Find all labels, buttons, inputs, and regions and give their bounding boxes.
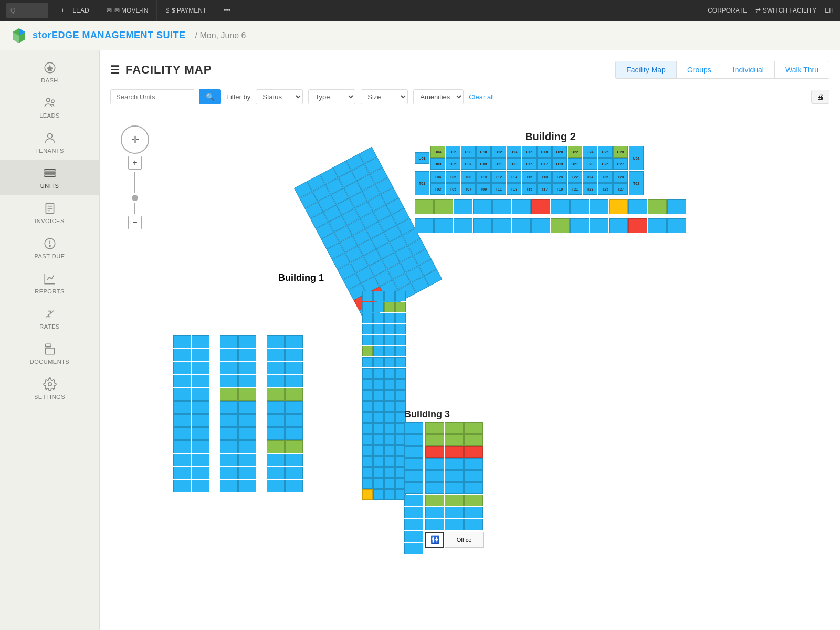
svg-rect-18: [45, 348, 54, 354]
print-icon: 🖨: [817, 93, 824, 101]
rates-icon: [43, 307, 57, 321]
tab-walk-thru[interactable]: Walk Thru: [775, 61, 829, 78]
search-units-input[interactable]: [110, 89, 194, 104]
more-icon: •••: [224, 7, 230, 14]
svg-rect-7: [45, 169, 55, 171]
type-filter[interactable]: Type: [308, 89, 355, 104]
svg-point-4: [46, 98, 50, 102]
print-button[interactable]: 🖨: [811, 90, 830, 104]
tab-groups[interactable]: Groups: [677, 61, 722, 78]
app-header: storEDGE MANAGEMENT SUITE / Mon, June 6: [0, 21, 840, 50]
units-icon: [43, 166, 57, 180]
search-icon: 🔍: [206, 93, 215, 101]
building2-container: Building 2 U01 U04 U06 U08 U10 U12 U14: [415, 131, 686, 233]
building3-content: 🚻 Office: [404, 422, 484, 554]
sidebar-item-invoices[interactable]: INVOICES: [0, 195, 99, 230]
filter-bar: 🔍 Filter by Status Type Size Amenities C…: [110, 89, 830, 104]
nav-payment[interactable]: $ $ PAYMENT: [157, 0, 215, 21]
amenities-filter[interactable]: Amenities: [413, 89, 464, 104]
app-logo: storEDGE MANAGEMENT SUITE / Mon, June 6: [10, 27, 246, 44]
leads-icon: [43, 96, 57, 110]
sidebar-item-leads[interactable]: LEADS: [0, 90, 99, 125]
compass-icon: ✛: [131, 134, 139, 145]
nav-movein[interactable]: ✉ ✉ MOVE-IN: [98, 0, 158, 21]
sidebar-item-documents[interactable]: DOCUMENTS: [0, 336, 99, 371]
tab-facility-map[interactable]: Facility Map: [616, 61, 677, 78]
svg-point-19: [48, 383, 51, 386]
svg-rect-8: [45, 172, 55, 174]
tab-individual[interactable]: Individual: [722, 61, 775, 78]
building2-u-row1: U01 U04 U06 U08 U10 U12 U14 U16 U18 U20: [415, 146, 686, 170]
navigation-controls: ✛ + −: [121, 125, 149, 229]
sidebar-item-reports[interactable]: REPORTS: [0, 266, 99, 301]
top-nav-items: + + LEAD ✉ ✉ MOVE-IN $ $ PAYMENT •••: [52, 0, 708, 21]
small-building-b: [220, 335, 256, 492]
app-date: / Mon, June 6: [195, 31, 246, 40]
svg-point-5: [51, 100, 54, 102]
svg-rect-9: [45, 175, 55, 176]
sidebar: DASH LEADS TENANTS UNITS INVOICES PAST D…: [0, 50, 100, 630]
compass-control[interactable]: ✛: [121, 125, 149, 154]
content-area: ☰ FACILITY MAP Facility Map Groups Indiv…: [100, 50, 840, 630]
corporate-label[interactable]: CORPORATE: [708, 7, 747, 14]
building2-strip4: [415, 218, 686, 233]
zoom-in-button[interactable]: +: [128, 156, 142, 170]
plus-icon: +: [61, 7, 65, 14]
global-search-input[interactable]: [6, 3, 48, 18]
svg-point-16: [49, 245, 50, 246]
sidebar-item-units[interactable]: UNITS: [0, 160, 99, 195]
building2-t-rows: T01 T04 T06 T08 T10 T12 T14 T16 T18 T20: [415, 171, 686, 195]
small-building-c: [267, 335, 303, 492]
zoom-out-button[interactable]: −: [128, 216, 142, 229]
user-initials[interactable]: EH: [825, 7, 834, 14]
logo-icon: [10, 27, 27, 44]
mid-building: [362, 291, 406, 500]
building1-container: Building 1: [262, 167, 377, 320]
switch-facility-btn[interactable]: ⇄ SWITCH FACILITY: [755, 7, 816, 14]
office-label-cell: Office: [445, 532, 484, 548]
nav-more[interactable]: •••: [215, 0, 239, 21]
page-header: ☰ FACILITY MAP Facility Map Groups Indiv…: [110, 61, 830, 79]
movein-icon: ✉: [107, 7, 112, 14]
search-button[interactable]: 🔍: [200, 89, 221, 104]
pastdue-icon: [43, 237, 57, 250]
reports-icon: [43, 272, 57, 286]
svg-rect-17: [45, 344, 51, 346]
page-title-icon: ☰: [110, 64, 120, 76]
nav-lead[interactable]: + + LEAD: [52, 0, 98, 21]
dash-icon: [43, 61, 57, 75]
zoom-thumb[interactable]: [132, 195, 138, 201]
documents-icon: [43, 342, 57, 356]
restroom-icon-cell: 🚻: [425, 532, 444, 548]
sidebar-item-dash[interactable]: DASH: [0, 55, 99, 90]
building3-container: Building 3: [404, 409, 484, 554]
main-layout: DASH LEADS TENANTS UNITS INVOICES PAST D…: [0, 50, 840, 630]
status-filter[interactable]: Status: [256, 89, 303, 104]
zoom-track-2: [134, 203, 135, 214]
sidebar-item-tenants[interactable]: TENANTS: [0, 125, 99, 160]
building3-label: Building 3: [404, 409, 484, 420]
building1-label: Building 1: [278, 272, 324, 284]
small-buildings-row: [173, 335, 303, 492]
tenants-icon: [43, 131, 57, 145]
top-nav: + + LEAD ✉ ✉ MOVE-IN $ $ PAYMENT ••• COR…: [0, 0, 840, 21]
building3-right-cols: 🚻 Office: [425, 422, 484, 554]
size-filter[interactable]: Size: [361, 89, 408, 104]
small-building-a: [173, 335, 209, 492]
sidebar-item-pastdue[interactable]: PAST DUE: [0, 230, 99, 266]
svg-point-6: [47, 133, 52, 138]
zoom-track: [134, 172, 135, 193]
facility-map: ✛ + − Building 1: [110, 115, 830, 587]
top-nav-right: CORPORATE ⇄ SWITCH FACILITY EH: [708, 7, 834, 14]
building3-left-col: [404, 422, 423, 554]
building2-strip3: [415, 200, 686, 214]
payment-icon: $: [165, 7, 169, 14]
sidebar-item-settings[interactable]: SETTINGS: [0, 371, 99, 406]
settings-icon: [43, 377, 57, 391]
building2-label: Building 2: [415, 131, 686, 143]
tab-group: Facility Map Groups Individual Walk Thru: [615, 61, 830, 79]
filter-label: Filter by: [226, 93, 250, 101]
sidebar-item-rates[interactable]: RATES: [0, 301, 99, 336]
clear-all-link[interactable]: Clear all: [469, 93, 494, 101]
page-title: ☰ FACILITY MAP: [110, 63, 212, 77]
